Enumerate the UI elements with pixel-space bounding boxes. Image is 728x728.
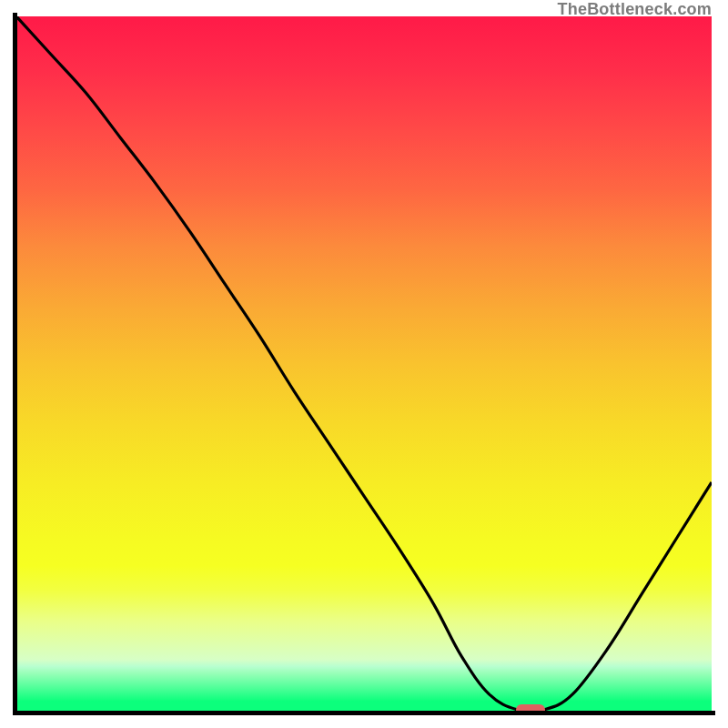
bottleneck-curve xyxy=(16,16,712,712)
watermark-text: TheBottleneck.com xyxy=(558,0,712,19)
curve-path xyxy=(16,16,712,712)
optimal-marker xyxy=(516,704,545,712)
plot-area xyxy=(16,16,712,712)
bottleneck-chart: TheBottleneck.com xyxy=(0,0,728,728)
